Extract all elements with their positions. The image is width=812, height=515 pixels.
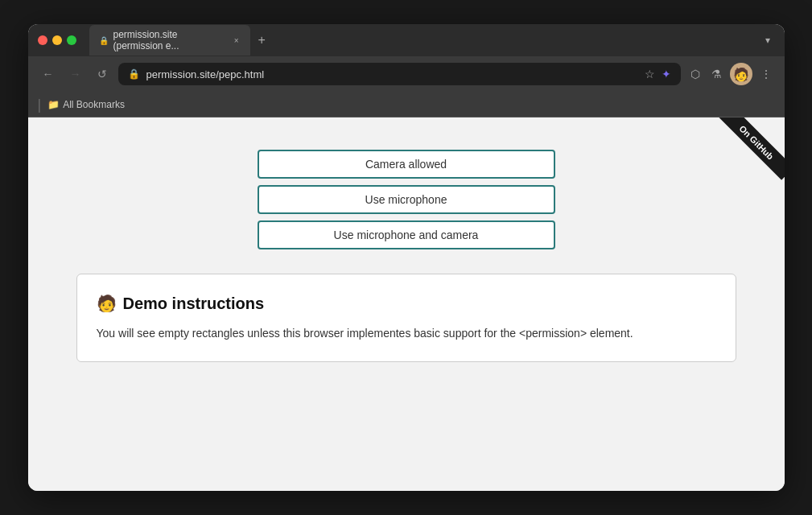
- page-content: On GitHub Camera allowed Use microphone …: [28, 117, 785, 491]
- reload-button[interactable]: ↺: [93, 64, 112, 84]
- profile-avatar[interactable]: 🧑: [730, 63, 752, 85]
- demo-icon: 🧑: [97, 294, 117, 313]
- bookmark-star-icon[interactable]: ☆: [645, 68, 655, 80]
- traffic-lights: [38, 35, 76, 45]
- bookmarks-divider: |: [38, 97, 42, 112]
- tab-close-button[interactable]: ×: [233, 36, 241, 45]
- browser-window: 🔒 permission.site (permission e... × + ▾…: [28, 24, 785, 491]
- tab-bar: 🔒 permission.site (permission e... × +: [89, 25, 754, 56]
- demo-title: 🧑 Demo instructions: [97, 294, 716, 313]
- demo-title-text: Demo instructions: [123, 295, 265, 313]
- titlebar: 🔒 permission.site (permission e... × + ▾: [28, 24, 785, 56]
- new-tab-button[interactable]: +: [255, 33, 269, 47]
- minimize-button[interactable]: [52, 35, 62, 45]
- toolbar: ← → ↺ 🔒 permission.site/pepc.html ☆ ✦ ⬡ …: [28, 56, 785, 92]
- bookmarks-bar: | 📁 All Bookmarks: [28, 92, 785, 117]
- labs-icon[interactable]: ⚗: [708, 64, 725, 84]
- back-button[interactable]: ←: [38, 64, 59, 84]
- tab-site-icon: 🔒: [99, 36, 109, 45]
- address-bar[interactable]: 🔒 permission.site/pepc.html ☆ ✦: [118, 63, 681, 85]
- demo-description: You will see empty rectangles unless thi…: [97, 324, 716, 342]
- address-text: permission.site/pepc.html: [146, 68, 638, 80]
- maximize-button[interactable]: [67, 35, 76, 45]
- forward-button[interactable]: →: [65, 64, 86, 84]
- extension-icon[interactable]: ✦: [662, 68, 671, 80]
- close-button[interactable]: [38, 35, 47, 45]
- toolbar-icons: ⬡ ⚗ 🧑 ⋮: [687, 63, 775, 85]
- bookmarks-folder[interactable]: 📁 All Bookmarks: [47, 99, 125, 110]
- menu-button[interactable]: ⋮: [757, 64, 775, 84]
- active-tab[interactable]: 🔒 permission.site (permission e... ×: [89, 25, 250, 56]
- demo-instructions-box: 🧑 Demo instructions You will see empty r…: [76, 274, 736, 362]
- use-microphone-camera-button[interactable]: Use microphone and camera: [258, 220, 555, 249]
- bookmarks-label: All Bookmarks: [63, 99, 125, 110]
- camera-allowed-button[interactable]: Camera allowed: [258, 150, 555, 179]
- tab-label: permission.site (permission e...: [113, 29, 228, 52]
- use-microphone-button[interactable]: Use microphone: [258, 185, 555, 214]
- security-icon: 🔒: [128, 68, 140, 80]
- folder-icon: 📁: [47, 99, 60, 110]
- dropdown-button[interactable]: ▾: [760, 31, 775, 49]
- permission-buttons: Camera allowed Use microphone Use microp…: [44, 150, 769, 249]
- extensions-button[interactable]: ⬡: [687, 64, 703, 84]
